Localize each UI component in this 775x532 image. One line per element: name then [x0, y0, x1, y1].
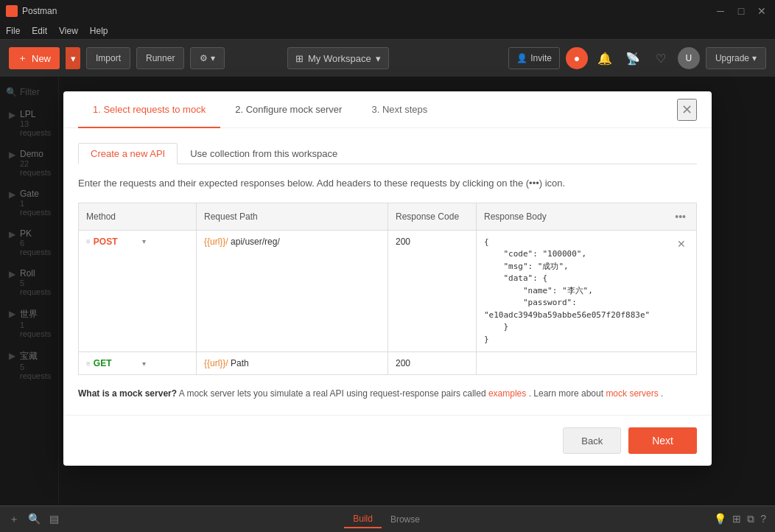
path-cell-1[interactable]: {{url}}/ api/user/reg/ [197, 230, 388, 352]
tab-configure-mock[interactable]: 2. Configure mock server [220, 91, 357, 128]
bulb-icon[interactable]: 💡 [714, 513, 726, 525]
method-select-2[interactable]: GET POST PUT DELETE [94, 358, 139, 368]
tab-use-collection[interactable]: Use collection from this workspace [178, 143, 350, 164]
options-button[interactable]: ⚙ ▾ [190, 47, 224, 69]
grid-icon[interactable]: ⊞ [732, 513, 741, 525]
toolbar-right: 👤 Invite ● 🔔 📡 ♡ U Upgrade ▾ [508, 47, 766, 69]
description-text: Enter the requests and their expected re… [78, 176, 697, 191]
upgrade-button[interactable]: Upgrade ▾ [706, 47, 766, 69]
col-method: Method [79, 203, 197, 230]
title-bar-controls: ─ □ ✕ [713, 5, 769, 17]
api-tabs: Create a new API Use collection from thi… [78, 143, 697, 164]
method-cell-2: ≡ GET POST PUT DELETE ▾ [79, 352, 197, 375]
info-text: What is a mock server? A mock server let… [78, 387, 697, 400]
layers-icon[interactable]: ▤ [49, 513, 59, 526]
new-button[interactable]: ＋ New [9, 47, 60, 69]
col-body: Response Body ••• [477, 203, 697, 230]
next-button[interactable]: Next [628, 427, 697, 454]
drag-handle-icon[interactable]: ≡ [86, 237, 91, 245]
table-row: ≡ POST GET PUT DELETE ▾ [79, 230, 697, 352]
tab-select-requests[interactable]: 1. Select requests to mock [78, 91, 220, 128]
create-mock-modal: 1. Select requests to mock 2. Configure … [63, 91, 712, 466]
col-code: Response Code [388, 203, 477, 230]
avatar[interactable]: U [678, 47, 700, 69]
new-dropdown-button[interactable]: ▾ [66, 47, 80, 69]
main-area: 🔍 Filter ▶ LPL 13 requests ▶ Demo 22 req… [0, 77, 775, 505]
modal-footer: Back Next [63, 415, 712, 466]
code-cell-1[interactable]: 200 [388, 230, 477, 352]
delete-row-1-button[interactable]: ✕ [674, 237, 689, 251]
maximize-button[interactable]: □ [734, 5, 748, 17]
import-button[interactable]: Import [86, 47, 130, 69]
title-bar: Postman ─ □ ✕ [0, 0, 775, 22]
plus-icon: ＋ [18, 52, 27, 65]
workspace-grid-icon: ⊞ [295, 53, 304, 64]
heart-icon[interactable]: ♡ [650, 47, 672, 69]
code-cell-2[interactable]: 200 [388, 352, 477, 375]
build-tab[interactable]: Build [344, 511, 382, 528]
modal-header: 1. Select requests to mock 2. Configure … [63, 91, 712, 128]
menu-file[interactable]: File [6, 26, 20, 36]
minimize-button[interactable]: ─ [713, 5, 728, 17]
close-button[interactable]: ✕ [754, 5, 769, 17]
tab-next-steps[interactable]: 3. Next steps [357, 91, 442, 128]
add-icon[interactable]: ＋ [9, 513, 19, 526]
new-label: New [32, 53, 51, 64]
workspace-selector[interactable]: ⊞ My Workspace ▾ [287, 47, 389, 69]
body-cell-1[interactable]: { "code": "100000", "msg": "成功", "data":… [477, 230, 697, 352]
method-chevron-icon: ▾ [142, 237, 146, 245]
workspace-label: My Workspace [308, 53, 371, 64]
title-bar-left: Postman [6, 5, 57, 17]
method-chevron-icon: ▾ [142, 360, 146, 368]
status-bar-left: ＋ 🔍 ▤ [9, 513, 59, 526]
browse-tab[interactable]: Browse [382, 511, 429, 528]
postman-icon [6, 5, 18, 17]
mock-servers-link[interactable]: mock servers [606, 388, 658, 399]
window-icon[interactable]: ⧉ [747, 513, 754, 525]
sync-icon[interactable]: ● [566, 47, 588, 69]
back-button[interactable]: Back [563, 427, 621, 454]
app-title: Postman [22, 6, 57, 16]
menu-help[interactable]: Help [90, 26, 108, 36]
menu-bar: File Edit View Help [0, 22, 775, 40]
notification-bell-icon[interactable]: 🔔 [594, 47, 616, 69]
toolbar: ＋ New ▾ Import Runner ⚙ ▾ ⊞ My Workspace… [0, 40, 775, 77]
modal-overlay: 1. Select requests to mock 2. Configure … [0, 77, 775, 505]
menu-edit[interactable]: Edit [32, 26, 47, 36]
modal-close-button[interactable]: ✕ [677, 99, 697, 121]
menu-view[interactable]: View [59, 26, 78, 36]
path-cell-2[interactable]: {{url}}/ Path [197, 352, 388, 375]
drag-handle-icon[interactable]: ≡ [86, 360, 91, 368]
upgrade-chevron-icon: ▾ [752, 53, 757, 63]
method-cell-1: ≡ POST GET PUT DELETE ▾ [79, 230, 197, 352]
help-icon[interactable]: ? [760, 513, 766, 525]
person-icon: 👤 [516, 53, 527, 63]
modal-tabs: 1. Select requests to mock 2. Configure … [78, 91, 677, 127]
table-row: ≡ GET POST PUT DELETE ▾ [79, 352, 697, 375]
status-bar: ＋ 🔍 ▤ Build Browse 💡 ⊞ ⧉ ? [0, 505, 775, 532]
modal-body: Create a new API Use collection from thi… [63, 128, 712, 415]
method-select-1[interactable]: POST GET PUT DELETE [94, 237, 139, 247]
table-options-button[interactable]: ••• [672, 209, 689, 224]
radar-icon[interactable]: 📡 [622, 47, 644, 69]
body-cell-2[interactable] [477, 352, 697, 375]
build-browse-tabs: Build Browse [344, 511, 429, 528]
invite-button[interactable]: 👤 Invite [508, 47, 560, 69]
search-bottom-icon[interactable]: 🔍 [28, 513, 41, 526]
requests-table: Method Request Path Response Code Respon… [78, 203, 697, 376]
examples-link[interactable]: examples [488, 388, 526, 399]
col-path: Request Path [197, 203, 388, 230]
tab-create-new-api[interactable]: Create a new API [78, 143, 178, 164]
status-bar-right: 💡 ⊞ ⧉ ? [714, 513, 766, 525]
runner-button[interactable]: Runner [136, 47, 184, 69]
workspace-chevron-icon: ▾ [376, 53, 381, 64]
